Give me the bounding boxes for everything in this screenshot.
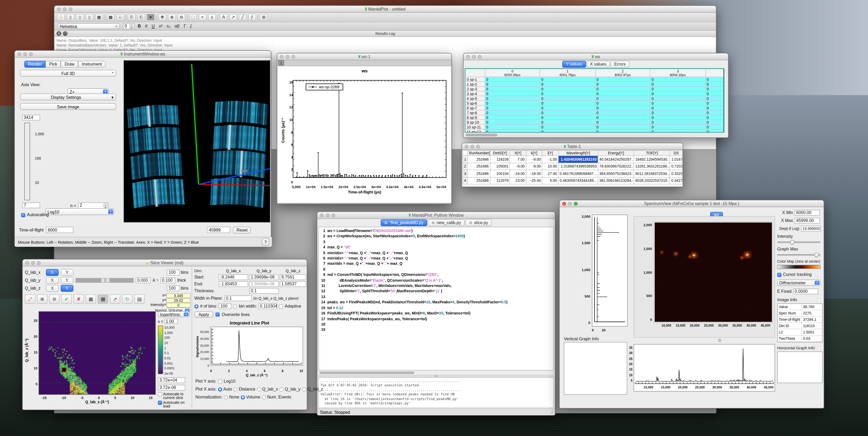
cell[interactable]: 1.4204830861282163 [558, 156, 598, 163]
log-float-icon[interactable]: ❐ [63, 31, 68, 36]
minimize-button[interactable] [326, 213, 330, 217]
row-header[interactable]: 7 sp-8 [465, 110, 485, 115]
cell[interactable]: 0 [705, 82, 724, 86]
norm-num-events-radio[interactable] [262, 395, 266, 399]
binwidth-input[interactable]: 0.110304 [258, 303, 277, 309]
close-button[interactable] [320, 213, 324, 217]
binwidth-radio[interactable] [233, 304, 237, 309]
main-titlebar[interactable]: ¥MantidPlot - untitled [54, 6, 716, 13]
pane-splitter[interactable] [318, 375, 554, 377]
reset-view-icon[interactable]: ⤢ [25, 294, 35, 304]
tof-max-value[interactable]: 45999 [207, 227, 230, 233]
cell[interactable]: 0.34278 [670, 177, 682, 184]
colormap-bar[interactable] [777, 265, 820, 269]
close-button[interactable] [25, 261, 29, 265]
qlaby-slider[interactable] [75, 278, 133, 283]
format-∫[interactable]: ∫ [190, 24, 191, 29]
copy-icon[interactable]: ⎘ [128, 14, 136, 21]
cell[interactable]: 0 [485, 110, 540, 115]
cell[interactable]: 0 [705, 77, 724, 82]
cell[interactable]: 0 [650, 106, 705, 110]
ws1-legend[interactable]: ws-sp-2269 [306, 84, 343, 90]
save-image-button[interactable]: Save image [20, 103, 116, 110]
plotx-distance-radio[interactable] [234, 387, 238, 391]
cell[interactable]: 0 [540, 82, 595, 86]
cell[interactable]: 0 [485, 115, 540, 120]
cell[interactable]: 0 [595, 101, 650, 106]
cell[interactable]: 10.00 [542, 163, 558, 170]
cell[interactable]: 252486 [468, 170, 490, 177]
tab-errors[interactable]: Errors [610, 61, 629, 68]
close-tab-icon[interactable]: ⊗ [469, 221, 472, 225]
cell[interactable]: 40.5418424250297... [598, 156, 634, 163]
qlabx-x-button[interactable]: X [46, 269, 59, 276]
cell[interactable]: 0 [595, 120, 650, 124]
code-line[interactable]: 1ws = LoadRaw(Filename='ENGINX00252486.r… [319, 228, 553, 234]
cell[interactable]: 0.461761089068487... [558, 170, 598, 177]
cell[interactable]: 0.72032 [670, 163, 682, 170]
cell[interactable]: 0 [485, 101, 540, 106]
qlabz-x-button[interactable]: X [46, 285, 59, 292]
cell[interactable]: 0 [650, 96, 705, 101]
code-line[interactable]: 8 [319, 267, 553, 272]
spectrumview-titlebar[interactable]: SpectrumView (NiFeCoGa sample 1 test -15… [560, 200, 824, 207]
code-line[interactable]: 2ws = CropWorkspace(ws, StartWorkspaceIn… [319, 234, 553, 239]
code-line[interactable]: 15tol = 0.12 [319, 305, 553, 311]
autoscaling-checkbox[interactable]: ✓ [21, 213, 25, 217]
new-folder-icon[interactable]: ▯ [76, 14, 84, 21]
ws-table-hscrollbar[interactable] [465, 133, 724, 137]
cell[interactable]: 0 [650, 91, 705, 96]
tab-draw[interactable]: Draw [61, 61, 78, 68]
column-header[interactable]: 06000.59µs [485, 69, 540, 77]
cell[interactable]: 0 [650, 82, 705, 86]
cell[interactable]: 0 [595, 110, 650, 115]
qlabz-y-button[interactable]: Y [61, 285, 73, 292]
new-table-icon[interactable]: ▦ [95, 14, 103, 21]
cell[interactable]: 5.00 [542, 177, 558, 184]
splitter-dot[interactable] [718, 339, 721, 342]
integrated-line-plot[interactable] [210, 327, 303, 366]
cell[interactable]: 0 [705, 124, 724, 129]
cell[interactable]: 381.506166123284... [598, 177, 634, 184]
code-line[interactable]: 13 [319, 294, 553, 300]
instrument-3d-view[interactable] [124, 60, 270, 223]
end-y-input[interactable]: 1.39698e-08 [249, 281, 279, 287]
code-line[interactable]: 10 dEAnalysisMode="Elastic", QConversion… [319, 278, 553, 283]
cell[interactable]: -18.00 [526, 170, 542, 177]
cell[interactable]: 0 [540, 86, 595, 91]
code-line[interactable]: 7maxVals = max_Q +","+max_Q +","+ max_Q [319, 261, 553, 267]
code-line[interactable]: 5minVals= "-"+max_Q +",-"+max_Q +",-"+ma… [319, 250, 553, 256]
cell[interactable]: 0 [485, 96, 540, 101]
log10-checkbox[interactable] [218, 379, 222, 383]
cell[interactable]: 18492.1294594530... [634, 156, 670, 163]
code-line[interactable]: 18 [319, 322, 553, 327]
minimize-button[interactable] [23, 52, 27, 56]
code-line[interactable]: 12 SplitInto='2', SplitThreshold='50',Ma… [319, 289, 553, 294]
load-workspace-icon[interactable]: ⍇ [116, 14, 124, 21]
thickness-input[interactable]: 0.1 [249, 288, 279, 294]
column-header[interactable]: l[Y] [542, 150, 558, 156]
close-button[interactable] [562, 202, 566, 206]
start-z-input[interactable]: 9.7561 [280, 274, 306, 280]
font-select[interactable]: Helvetica▾ [58, 23, 120, 29]
tab-instrument[interactable]: Instrument [78, 61, 105, 68]
cell[interactable]: 0 [650, 110, 705, 115]
minimize-button[interactable] [31, 261, 35, 265]
vertical-graph[interactable] [592, 214, 628, 327]
cell[interactable]: 0 [540, 129, 595, 133]
qlabz-bins-input[interactable]: 100 [167, 285, 180, 291]
fit-peak-icon[interactable]: ⍋ [208, 14, 216, 21]
cell[interactable]: -9.00 [526, 156, 542, 163]
help-button[interactable]: ? [262, 238, 269, 246]
horizontal-graph[interactable]: 10,00015,00020,00025,00030,00035,00040,0… [633, 344, 775, 391]
slice-n-input[interactable]: 1.00 [164, 319, 178, 324]
zoom-button[interactable] [29, 52, 33, 56]
display-settings-button[interactable]: Display Settings▾ [20, 93, 116, 100]
code-line[interactable]: 9md = ConvertToMD( InputWorkspace=ws, QD… [319, 272, 553, 278]
color-max-input[interactable]: 3.72e+04 [158, 377, 185, 383]
row-header[interactable]: 4 [463, 177, 468, 184]
plotx-q-lab-z-radio[interactable] [302, 387, 306, 391]
cell[interactable]: 0 [650, 101, 705, 106]
cell[interactable]: 0 [650, 77, 705, 82]
format-x₂[interactable]: x₂ [166, 24, 170, 29]
